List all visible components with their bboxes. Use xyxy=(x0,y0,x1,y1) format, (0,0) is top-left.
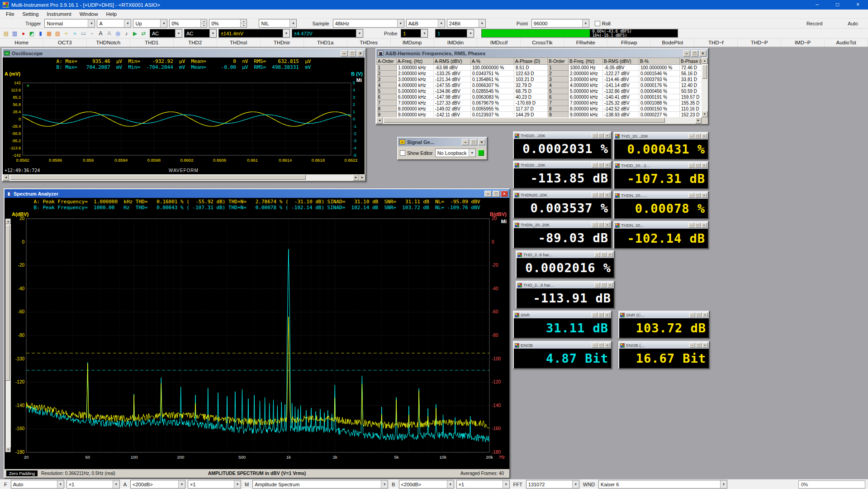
auto-button[interactable]: Auto xyxy=(848,21,858,26)
scroll-left-icon[interactable]: ◄ xyxy=(3,174,9,181)
spin-up-icon[interactable]: ▲ xyxy=(201,19,207,24)
maximize-icon[interactable]: □ xyxy=(598,163,604,168)
close-icon[interactable]: × xyxy=(604,343,610,348)
a-range-select[interactable]: <200dB>▼ xyxy=(130,480,185,489)
tab-imdsmp[interactable]: IMDsmp xyxy=(391,38,434,47)
menu-window[interactable]: Window xyxy=(76,10,102,18)
tab-thdnsl[interactable]: THDnsl xyxy=(217,38,261,47)
minimize-icon[interactable]: – xyxy=(592,222,598,227)
trigger-source-select[interactable]: A▼ xyxy=(97,19,131,28)
probe-b-select[interactable]: 1▼ xyxy=(435,29,474,38)
loopback-select[interactable]: No Loopback▼ xyxy=(435,149,476,157)
trigger-hpf-select[interactable]: NIL▼ xyxy=(259,19,297,28)
tab-imdccif[interactable]: IMDccif xyxy=(477,38,521,47)
ddp-meter-titlebar[interactable]: ENOB–□× xyxy=(514,342,611,349)
probe-a-select[interactable]: 1▼ xyxy=(401,29,428,38)
harmonics-titlebar[interactable]: ▦ A&B-Harmonic Frequencies, RMS, Phases … xyxy=(376,49,708,58)
maximize-icon[interactable]: □ xyxy=(470,139,477,145)
maximize-icon[interactable]: □ xyxy=(696,312,702,317)
maximize-icon[interactable]: □ xyxy=(349,50,356,57)
maximize-icon[interactable]: □ xyxy=(695,163,701,168)
tab-thdnir[interactable]: THDnir xyxy=(261,38,304,47)
tab-thd-f[interactable]: THD~f xyxy=(694,38,738,47)
maximize-icon[interactable]: □ xyxy=(598,133,604,138)
sampling-channels-select[interactable]: A&B▼ xyxy=(406,19,445,28)
checkbox-box[interactable] xyxy=(400,150,405,156)
scroll-right-icon[interactable]: ► xyxy=(353,174,359,181)
tab-thdres[interactable]: THDres xyxy=(347,38,391,47)
signal-generator-b-icon[interactable]: ≈ xyxy=(71,29,79,38)
scrollbar-thumb[interactable] xyxy=(384,118,665,123)
maximize-icon[interactable]: □ xyxy=(695,193,701,198)
ddp-meter-titlebar[interactable]: THDN, 20......–□× xyxy=(614,192,708,199)
scrollbar-track[interactable] xyxy=(702,64,708,111)
minimize-icon[interactable]: – xyxy=(484,191,492,197)
restore-icon[interactable]: □ xyxy=(493,191,500,197)
scroll-down-icon[interactable]: ▼ xyxy=(702,111,708,117)
loopback-icon[interactable]: ⇄ xyxy=(139,29,148,38)
close-icon[interactable]: × xyxy=(604,222,610,227)
vertical-scrollbar[interactable]: ▲ ▼ xyxy=(5,219,11,452)
increase-font-icon[interactable]: A xyxy=(96,29,105,38)
maximize-icon[interactable]: □ xyxy=(598,222,604,227)
bit-depth-select[interactable]: 24Bit▼ xyxy=(447,19,486,28)
maximize-icon[interactable]: □ xyxy=(695,223,701,228)
ddp-meter-titlebar[interactable]: THD_2..9 har...–□× xyxy=(517,251,614,258)
menu-setting[interactable]: Setting xyxy=(19,10,43,18)
tab-thd-p[interactable]: THD~P xyxy=(738,38,781,47)
open-icon[interactable]: ▤ xyxy=(2,29,10,38)
decrease-font-icon[interactable]: A xyxy=(105,29,114,38)
freq-zoom-select[interactable]: ×1▼ xyxy=(66,480,120,489)
close-icon[interactable]: × xyxy=(604,192,610,197)
roll-checkbox[interactable]: Roll xyxy=(595,21,611,26)
oscilloscope-icon[interactable]: ◩ xyxy=(28,29,36,38)
close-icon[interactable]: × xyxy=(699,50,707,57)
minimize-icon[interactable]: – xyxy=(689,312,695,317)
close-icon[interactable]: × xyxy=(357,50,364,57)
vertical-scrollbar[interactable]: ▲ ▼ xyxy=(702,58,708,117)
tab-frswp[interactable]: FRswp xyxy=(607,38,651,47)
signal-generator-a-icon[interactable]: ≈ xyxy=(62,29,71,38)
derived-data-point-icon[interactable]: ▫ xyxy=(88,29,96,38)
maximize-icon[interactable]: □ xyxy=(691,50,698,57)
minimize-icon[interactable]: – xyxy=(592,343,598,348)
window-maximize-button[interactable]: □ xyxy=(827,0,848,10)
menu-file[interactable]: File xyxy=(2,10,19,18)
close-icon[interactable]: × xyxy=(501,191,508,197)
range-a-select[interactable]: ±141.4mV▼ xyxy=(218,29,290,38)
ddp-meter-titlebar[interactable]: SNR–□× xyxy=(514,312,611,318)
range-b-select[interactable]: ±4.472V▼ xyxy=(292,29,363,38)
checkbox-box[interactable] xyxy=(595,21,600,26)
record-button[interactable]: Record xyxy=(806,21,822,26)
trigger-mode-select[interactable]: Normal▼ xyxy=(44,19,95,28)
oscilloscope-titlebar[interactable]: ~ Oscilloscope – □ × xyxy=(3,49,365,58)
maximize-icon[interactable]: □ xyxy=(598,192,604,197)
maximize-icon[interactable]: □ xyxy=(598,312,604,317)
record-icon[interactable]: ● xyxy=(19,29,28,38)
close-icon[interactable]: × xyxy=(701,163,707,168)
close-icon[interactable]: × xyxy=(604,133,610,138)
signal-generator-titlebar[interactable]: ≈ Signal Ge... – □ × xyxy=(398,138,487,146)
minimize-icon[interactable]: – xyxy=(341,50,348,57)
ddp-meter-titlebar[interactable]: SNR (C...–□× xyxy=(619,312,709,318)
tab-crosstlk[interactable]: CrossTlk xyxy=(521,38,564,47)
trigger-edge-select[interactable]: Up▼ xyxy=(133,19,167,28)
play-icon[interactable]: ▶ xyxy=(131,29,139,38)
horizontal-scrollbar[interactable]: ◄ ► xyxy=(376,117,702,124)
minimize-icon[interactable]: – xyxy=(594,252,600,257)
ddp-meter-titlebar[interactable]: THD20...20K–□× xyxy=(514,132,611,139)
minimize-icon[interactable]: – xyxy=(688,223,694,228)
speaker-icon[interactable]: ♪ xyxy=(122,29,131,38)
tab-imddin[interactable]: IMDdin xyxy=(434,38,478,47)
spectrum-3d-plot-icon[interactable]: ▧ xyxy=(53,29,62,38)
close-icon[interactable]: × xyxy=(701,193,707,198)
ddp-meter-titlebar[interactable]: THD_20...20K–□× xyxy=(614,133,708,139)
spin-down-icon[interactable]: ▼ xyxy=(241,24,247,27)
scrollbar-track[interactable] xyxy=(9,174,353,181)
trigger-level-spinner[interactable]: 0%▲▼ xyxy=(169,19,207,28)
menu-help[interactable]: Help xyxy=(102,10,121,18)
data-logger-icon[interactable]: ▭ xyxy=(79,29,88,38)
close-icon[interactable]: × xyxy=(701,223,707,228)
scroll-down-icon[interactable]: ▼ xyxy=(5,447,11,452)
window-function-select[interactable]: Kaiser 6▼ xyxy=(598,480,727,489)
